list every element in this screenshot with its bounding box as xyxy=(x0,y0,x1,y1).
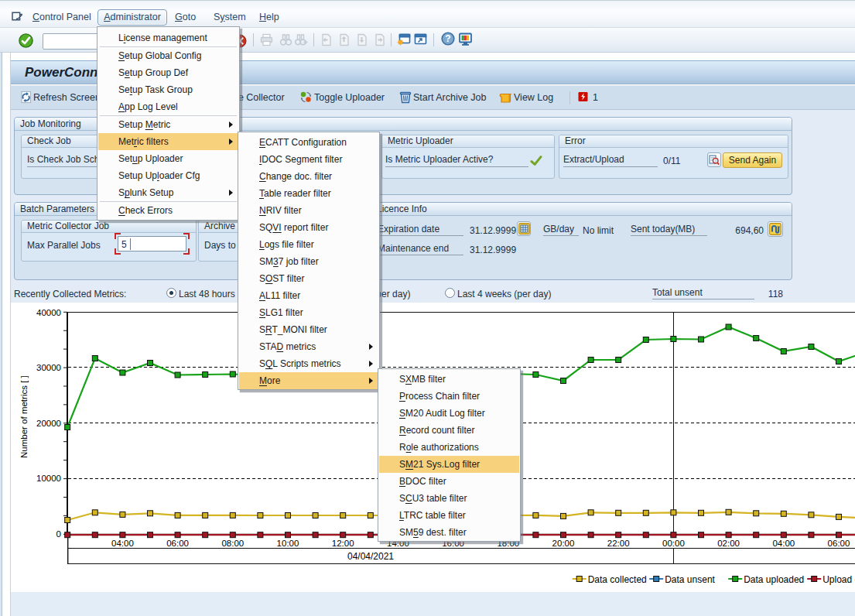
svg-text:00:00: 00:00 xyxy=(662,539,685,548)
svg-text:Data collected: Data collected xyxy=(588,574,647,585)
svg-text:04:00: 04:00 xyxy=(111,539,134,548)
svg-text:20000: 20000 xyxy=(36,419,61,428)
svg-text:02:00: 02:00 xyxy=(717,539,740,548)
svg-text:Upload errors: Upload errors xyxy=(823,574,855,585)
svg-text:40000: 40000 xyxy=(36,308,61,317)
svg-text:06:00: 06:00 xyxy=(828,539,850,548)
svg-text:30000: 30000 xyxy=(36,363,61,372)
svg-text:Data uploaded: Data uploaded xyxy=(744,574,804,585)
svg-text:Data unsent: Data unsent xyxy=(665,574,715,585)
svg-text:12:00: 12:00 xyxy=(332,539,354,548)
svg-text:04:00: 04:00 xyxy=(772,539,795,548)
svg-text:22:00: 22:00 xyxy=(607,539,630,548)
svg-text:20:00: 20:00 xyxy=(552,539,575,548)
svg-text:04/04/2021: 04/04/2021 xyxy=(347,551,394,562)
svg-text:0: 0 xyxy=(56,529,61,539)
svg-text:06:00: 06:00 xyxy=(166,539,189,548)
svg-text:10000: 10000 xyxy=(36,474,61,483)
svg-text:08:00: 08:00 xyxy=(221,539,244,548)
svg-text:10:00: 10:00 xyxy=(277,539,299,548)
svg-text:Number of metrics [ ]: Number of metrics [ ] xyxy=(19,375,29,458)
